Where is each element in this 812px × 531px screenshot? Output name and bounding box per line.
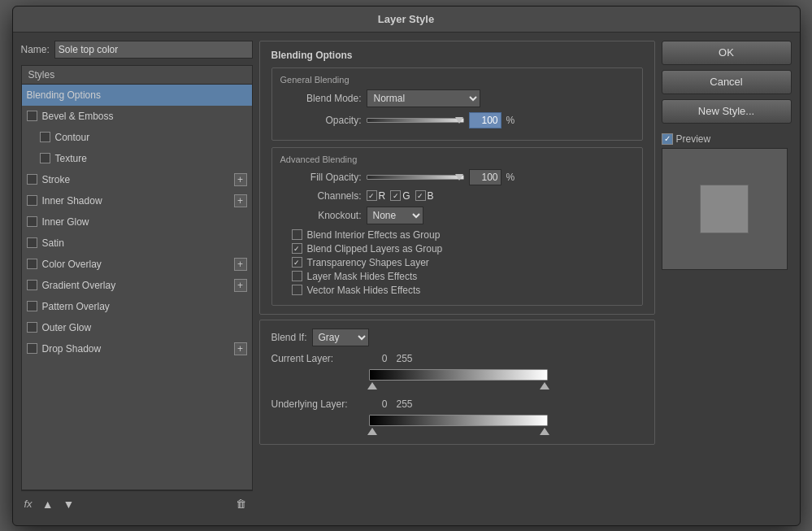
- up-button[interactable]: ▲: [39, 496, 57, 512]
- delete-button[interactable]: 🗑: [232, 496, 250, 511]
- channel-g-checkbox[interactable]: [390, 190, 401, 201]
- channel-r-checkbox[interactable]: [367, 190, 377, 201]
- checkbox-drop-shadow[interactable]: [27, 343, 37, 354]
- opacity-row: Opacity: %: [280, 112, 634, 128]
- inner-shadow-plus-btn[interactable]: +: [234, 194, 247, 207]
- fill-opacity-slider-track[interactable]: [367, 175, 464, 180]
- sidebar-item-drop-shadow[interactable]: Drop Shadow +: [22, 338, 252, 359]
- sidebar-item-label-texture: Texture: [55, 153, 247, 164]
- bottom-toolbar: fx ▲ ▼ 🗑: [21, 490, 253, 517]
- sidebar-item-bevel-emboss[interactable]: Bevel & Emboss: [22, 106, 252, 127]
- transparency-shapes-row: Transparency Shapes Layer: [280, 257, 634, 268]
- transparency-shapes-label: Transparency Shapes Layer: [307, 257, 429, 268]
- blend-if-select[interactable]: Gray Red Green Blue: [312, 329, 369, 346]
- sidebar-item-label-bevel-emboss: Bevel & Emboss: [42, 111, 247, 122]
- fill-opacity-input[interactable]: [469, 169, 502, 185]
- dialog-titlebar: Layer Style: [13, 7, 800, 33]
- preview-checkbox[interactable]: [662, 133, 673, 145]
- underlying-layer-handles: [369, 428, 548, 436]
- sidebar-item-inner-glow[interactable]: Inner Glow: [22, 211, 252, 233]
- dialog-title: Layer Style: [378, 13, 434, 25]
- knockout-select[interactable]: None Shallow Deep: [367, 207, 423, 224]
- sidebar-item-gradient-overlay[interactable]: Gradient Overlay +: [22, 275, 252, 296]
- current-layer-left-handle[interactable]: [367, 382, 377, 390]
- vector-mask-checkbox[interactable]: [292, 285, 302, 295]
- opacity-slider-track[interactable]: [367, 118, 464, 123]
- channel-g-label: G: [402, 190, 410, 202]
- drop-shadow-plus-btn[interactable]: +: [234, 342, 247, 355]
- styles-header: Styles: [21, 65, 253, 84]
- blend-mode-label: Blend Mode:: [280, 93, 362, 104]
- underlying-layer-label: Underlying Layer:: [271, 398, 361, 410]
- checkbox-inner-shadow[interactable]: [27, 195, 37, 206]
- sidebar-item-pattern-overlay[interactable]: Pattern Overlay: [22, 296, 252, 317]
- blend-clipped-row: Blend Clipped Layers as Group: [280, 243, 634, 255]
- sidebar-item-inner-shadow[interactable]: Inner Shadow +: [22, 190, 252, 211]
- checkbox-gradient-overlay[interactable]: [27, 280, 37, 290]
- blending-options-title: Blending Options: [271, 50, 643, 61]
- fx-label: fx: [24, 498, 33, 510]
- layer-mask-checkbox[interactable]: [292, 271, 302, 281]
- preview-check-row: Preview: [662, 133, 711, 145]
- current-layer-gradient-slider[interactable]: [369, 369, 548, 381]
- underlying-layer-right-handle[interactable]: [540, 428, 549, 435]
- ok-button[interactable]: OK: [662, 41, 792, 65]
- color-overlay-plus-btn[interactable]: +: [234, 258, 247, 271]
- vector-mask-label: Vector Mask Hides Effects: [307, 285, 421, 296]
- blend-mode-select[interactable]: Normal Dissolve Multiply Screen Overlay: [367, 89, 480, 107]
- underlying-layer-values: 0 255: [367, 398, 413, 410]
- checkbox-contour[interactable]: [40, 132, 50, 142]
- sidebar-item-satin[interactable]: Satin: [22, 233, 252, 254]
- channels-container: R G B: [367, 190, 434, 202]
- checkbox-satin[interactable]: [27, 237, 37, 248]
- opacity-slider-container: [367, 118, 464, 123]
- checkbox-pattern-overlay[interactable]: [27, 301, 37, 311]
- channel-b-checkbox[interactable]: [415, 190, 426, 201]
- new-style-button[interactable]: New Style...: [662, 99, 792, 124]
- blend-clipped-checkbox[interactable]: [292, 243, 302, 254]
- fill-opacity-row: Fill Opacity: %: [280, 169, 634, 185]
- transparency-shapes-checkbox[interactable]: [292, 257, 302, 268]
- sidebar-item-label-drop-shadow: Drop Shadow: [42, 343, 234, 355]
- underlying-layer-max: 255: [393, 398, 413, 410]
- sidebar-item-contour[interactable]: Contour: [22, 127, 252, 148]
- checkbox-texture[interactable]: [40, 153, 50, 163]
- checkbox-outer-glow[interactable]: [27, 322, 37, 333]
- styles-list: Blending Options Bevel & Emboss Contour …: [21, 84, 253, 490]
- checkbox-inner-glow[interactable]: [27, 216, 37, 227]
- blend-if-label: Blend If:: [271, 332, 307, 343]
- sidebar-item-blending-options[interactable]: Blending Options: [22, 85, 252, 106]
- stroke-plus-btn[interactable]: +: [234, 173, 247, 186]
- channels-label: Channels:: [280, 190, 362, 202]
- gradient-overlay-plus-btn[interactable]: +: [234, 279, 247, 292]
- checkbox-stroke[interactable]: [27, 174, 37, 185]
- down-button[interactable]: ▼: [59, 496, 77, 512]
- name-row: Name:: [21, 41, 253, 59]
- sidebar-item-label-stroke: Stroke: [42, 174, 234, 185]
- blend-interior-checkbox[interactable]: [292, 229, 302, 240]
- name-input[interactable]: [54, 41, 253, 59]
- sidebar-item-stroke[interactable]: Stroke +: [22, 169, 252, 190]
- cancel-button[interactable]: Cancel: [662, 70, 792, 94]
- underlying-layer-gradient-slider[interactable]: [369, 415, 548, 426]
- opacity-input[interactable]: [469, 112, 502, 128]
- sidebar-item-texture[interactable]: Texture: [22, 148, 252, 169]
- current-layer-slider-container: [369, 369, 643, 390]
- underlying-layer-row: Underlying Layer: 0 255: [271, 398, 643, 410]
- fill-opacity-slider-thumb[interactable]: [455, 174, 463, 181]
- main-content: Blending Options General Blending Blend …: [259, 41, 655, 517]
- sidebar-item-label-outer-glow: Outer Glow: [42, 322, 247, 333]
- current-layer-right-handle[interactable]: [540, 382, 549, 390]
- layer-style-dialog: Layer Style Name: Styles Blending Option…: [12, 6, 801, 526]
- sidebar-item-outer-glow[interactable]: Outer Glow: [22, 317, 252, 338]
- opacity-slider-thumb[interactable]: [455, 117, 463, 124]
- knockout-row: Knockout: None Shallow Deep: [280, 207, 634, 224]
- left-panel: Name: Styles Blending Options Bevel & Em…: [21, 41, 253, 517]
- underlying-layer-left-handle[interactable]: [367, 428, 377, 435]
- general-blending-title: General Blending: [280, 75, 634, 85]
- dialog-body: Name: Styles Blending Options Bevel & Em…: [13, 33, 800, 525]
- checkbox-color-overlay[interactable]: [27, 259, 37, 269]
- checkbox-bevel-emboss[interactable]: [27, 111, 37, 121]
- styles-header-label: Styles: [28, 69, 55, 81]
- sidebar-item-color-overlay[interactable]: Color Overlay +: [22, 254, 252, 275]
